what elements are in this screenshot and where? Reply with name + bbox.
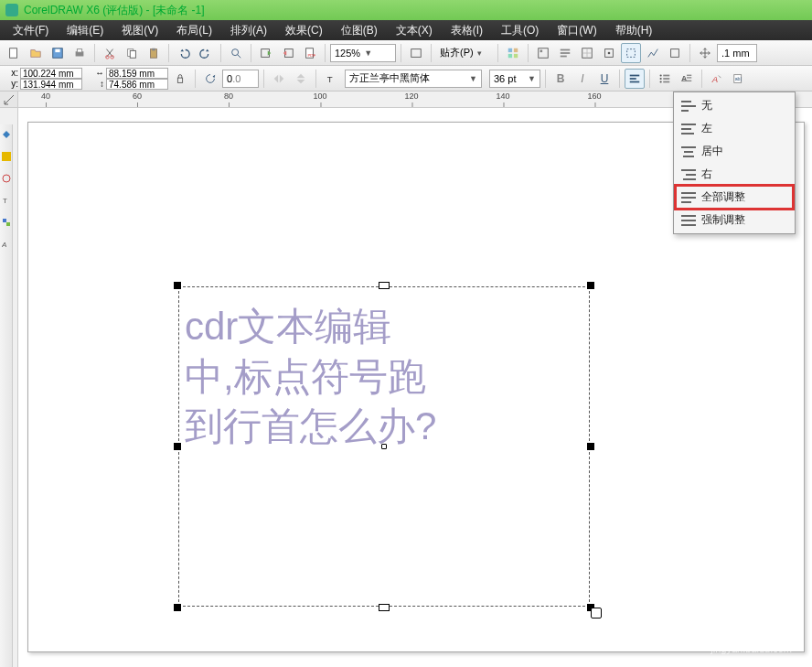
redo-button[interactable] (196, 43, 216, 63)
print-button[interactable] (69, 43, 90, 63)
menu-bitmap[interactable]: 位图(B) (332, 21, 387, 40)
align-force-justify[interactable]: 强制调整 (676, 209, 793, 231)
menu-layout[interactable]: 布局(L) (167, 21, 221, 40)
menu-table[interactable]: 表格(I) (442, 21, 492, 40)
align-center[interactable]: 居中 (676, 140, 793, 163)
handle-top-left[interactable] (174, 282, 181, 289)
y-pos-input[interactable]: 131.944 mm (20, 79, 82, 90)
width-input[interactable]: 88.159 mm (106, 68, 168, 79)
options-button[interactable] (503, 43, 523, 63)
dynamic-guides-icon[interactable] (621, 43, 641, 63)
object-styles-icon[interactable]: T (2, 196, 11, 205)
publish-pdf-button[interactable]: PDF (300, 43, 320, 63)
menu-file[interactable]: 文件(F) (4, 21, 58, 40)
menubar: 文件(F) 编辑(E) 视图(V) 布局(L) 排列(A) 效果(C) 位图(B… (0, 20, 812, 40)
handle-top-right[interactable] (587, 282, 594, 289)
menu-edit[interactable]: 编辑(E) (58, 21, 112, 40)
svg-rect-8 (130, 50, 135, 58)
dropcap-button[interactable]: A (677, 69, 697, 89)
menu-view[interactable]: 视图(V) (112, 21, 167, 40)
svg-rect-23 (561, 48, 571, 50)
copy-button[interactable] (122, 43, 142, 63)
import-button[interactable] (256, 43, 276, 63)
rotate-input[interactable]: 0.0 (222, 70, 259, 88)
align-full-justify[interactable]: 全部调整 (676, 186, 793, 209)
handle-bottom-center[interactable] (379, 604, 390, 611)
mirror-h-icon[interactable] (269, 69, 289, 89)
bold-button[interactable]: B (550, 69, 571, 89)
text-props-icon[interactable]: A (2, 240, 11, 249)
font-family-combo[interactable]: 方正兰亭中黑简体▼ (345, 70, 482, 88)
font-face-icon: T (321, 69, 343, 89)
align-none[interactable]: 无 (676, 94, 793, 117)
handle-mid-right[interactable] (587, 443, 594, 450)
height-input[interactable]: 74.586 mm (106, 79, 168, 90)
ruler-origin[interactable] (0, 91, 18, 108)
x-pos-input[interactable]: 100.224 mm (20, 68, 82, 79)
handle-text-overflow[interactable] (591, 608, 602, 619)
italic-button[interactable]: I (572, 69, 593, 89)
docker-strip: T A (0, 124, 13, 667)
handle-center[interactable] (381, 444, 387, 449)
svg-rect-10 (152, 48, 155, 50)
svg-rect-52 (3, 219, 6, 222)
app-logo-icon (5, 4, 18, 16)
nudge-distance[interactable]: .1 mm (717, 44, 757, 62)
align-left[interactable]: 左 (676, 117, 793, 140)
svg-point-28 (608, 51, 611, 54)
alignment-dropdown: 无 左 居中 右 全部调整 强制调整 (673, 91, 796, 234)
lorem-icon[interactable] (555, 43, 575, 63)
svg-rect-41 (663, 81, 669, 82)
object-props-icon[interactable] (2, 174, 11, 183)
handle-mid-left[interactable] (174, 443, 181, 450)
svg-point-40 (660, 81, 662, 82)
new-button[interactable] (4, 43, 24, 63)
paw-icon (658, 621, 678, 638)
color-styles-icon[interactable] (2, 218, 11, 227)
svg-rect-21 (539, 48, 549, 58)
cut-button[interactable] (100, 43, 120, 63)
paragraph-text-frame[interactable]: cdr文本编辑 中,标点符号跑 到行首怎么办? (178, 286, 590, 607)
menu-help[interactable]: 帮助(H) (606, 21, 662, 40)
export-button[interactable] (278, 43, 298, 63)
underline-button[interactable]: U (594, 69, 614, 89)
search-button[interactable] (226, 43, 246, 63)
treat-obj-icon[interactable] (665, 43, 685, 63)
align-right[interactable]: 右 (676, 163, 793, 186)
font-size-combo[interactable]: 36 pt▼ (489, 70, 540, 88)
menu-effects[interactable]: 效果(C) (276, 21, 332, 40)
svg-rect-17 (508, 48, 512, 51)
handle-bottom-left[interactable] (174, 604, 181, 611)
open-button[interactable] (26, 43, 46, 63)
svg-rect-22 (540, 49, 543, 52)
snap-toggle-icon[interactable] (577, 43, 597, 63)
snap-dropdown[interactable]: 贴齐(P) ▾ (436, 44, 493, 62)
fullscreen-button[interactable] (406, 43, 426, 63)
paste-button[interactable] (144, 43, 164, 63)
mirror-v-icon[interactable] (291, 69, 311, 89)
lock-ratio-icon[interactable] (170, 69, 190, 89)
handle-top-center[interactable] (379, 282, 390, 289)
menu-tools[interactable]: 工具(O) (492, 21, 548, 40)
char-format-icon[interactable]: A (707, 69, 727, 89)
titlebar: CorelDRAW X6 (评估版) - [未命名 -1] (0, 0, 812, 20)
alignment-dropdown-button[interactable] (625, 69, 645, 89)
menu-window[interactable]: 窗口(W) (548, 21, 605, 40)
zoom-combo[interactable]: 125%▼ (330, 44, 396, 62)
rotate-icon[interactable] (200, 69, 220, 89)
nudge-icon[interactable] (695, 43, 715, 63)
svg-rect-31 (177, 78, 182, 82)
menu-arrange[interactable]: 排列(A) (221, 21, 276, 40)
save-button[interactable] (48, 43, 68, 63)
text-content: cdr文本编辑 中,标点符号跑 到行首怎么办? (179, 287, 589, 467)
svg-text:ab|: ab| (735, 75, 742, 81)
undo-button[interactable] (174, 43, 194, 63)
color-palette-icon[interactable] (2, 152, 11, 161)
hints-icon[interactable] (2, 130, 11, 139)
align-guides-icon[interactable] (643, 43, 663, 63)
app-launcher-icon[interactable] (533, 43, 553, 63)
bullets-button[interactable] (655, 69, 675, 89)
snap-obj-icon[interactable] (599, 43, 619, 63)
menu-text[interactable]: 文本(X) (387, 21, 442, 40)
edit-text-icon[interactable]: ab| (729, 69, 749, 89)
